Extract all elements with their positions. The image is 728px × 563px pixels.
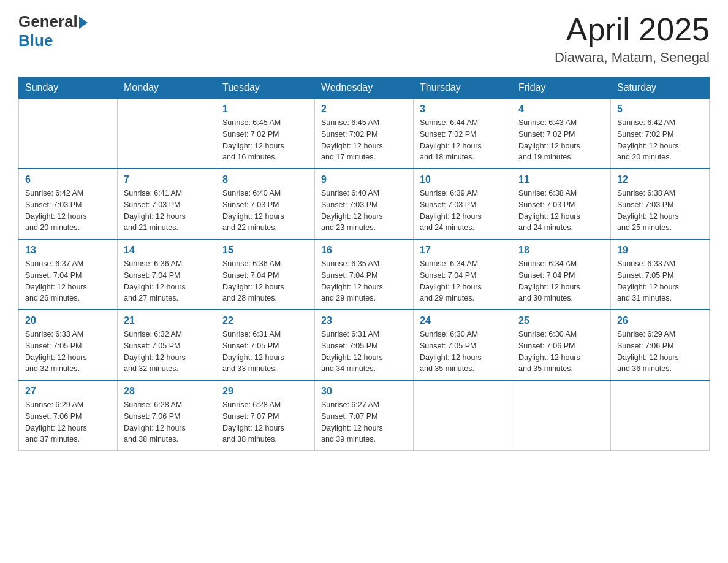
day-info: Sunrise: 6:34 AM Sunset: 7:04 PM Dayligh… — [420, 258, 506, 304]
calendar-cell: 10Sunrise: 6:39 AM Sunset: 7:03 PM Dayli… — [414, 169, 512, 239]
calendar-week-row: 27Sunrise: 6:29 AM Sunset: 7:06 PM Dayli… — [19, 380, 710, 451]
calendar-cell — [512, 380, 611, 451]
day-info: Sunrise: 6:33 AM Sunset: 7:05 PM Dayligh… — [617, 258, 703, 304]
calendar-cell — [414, 380, 512, 451]
calendar-cell: 5Sunrise: 6:42 AM Sunset: 7:02 PM Daylig… — [611, 99, 710, 169]
calendar-week-row: 13Sunrise: 6:37 AM Sunset: 7:04 PM Dayli… — [19, 239, 710, 310]
day-number: 5 — [617, 104, 703, 115]
day-info: Sunrise: 6:27 AM Sunset: 7:07 PM Dayligh… — [321, 399, 407, 445]
day-number: 10 — [420, 174, 506, 185]
day-number: 1 — [222, 104, 308, 115]
calendar-cell: 18Sunrise: 6:34 AM Sunset: 7:04 PM Dayli… — [512, 239, 611, 310]
logo: General Blue — [18, 12, 89, 50]
calendar-cell: 20Sunrise: 6:33 AM Sunset: 7:05 PM Dayli… — [19, 310, 118, 380]
day-number: 9 — [321, 174, 407, 185]
day-number: 11 — [518, 174, 604, 185]
calendar-cell: 24Sunrise: 6:30 AM Sunset: 7:05 PM Dayli… — [414, 310, 512, 380]
day-number: 27 — [25, 386, 111, 397]
day-info: Sunrise: 6:44 AM Sunset: 7:02 PM Dayligh… — [420, 117, 506, 163]
calendar-cell: 11Sunrise: 6:38 AM Sunset: 7:03 PM Dayli… — [512, 169, 611, 239]
day-number: 13 — [25, 245, 111, 256]
calendar-week-row: 1Sunrise: 6:45 AM Sunset: 7:02 PM Daylig… — [19, 99, 710, 169]
calendar-cell: 14Sunrise: 6:36 AM Sunset: 7:04 PM Dayli… — [118, 239, 216, 310]
calendar-header-row: SundayMondayTuesdayWednesdayThursdayFrid… — [19, 77, 710, 99]
calendar-cell: 23Sunrise: 6:31 AM Sunset: 7:05 PM Dayli… — [315, 310, 414, 380]
calendar-cell — [611, 380, 710, 451]
day-number: 20 — [25, 315, 111, 326]
day-info: Sunrise: 6:29 AM Sunset: 7:06 PM Dayligh… — [617, 329, 703, 375]
day-info: Sunrise: 6:32 AM Sunset: 7:05 PM Dayligh… — [124, 329, 210, 375]
day-number: 7 — [124, 174, 210, 185]
calendar-cell: 1Sunrise: 6:45 AM Sunset: 7:02 PM Daylig… — [216, 99, 315, 169]
calendar-cell: 21Sunrise: 6:32 AM Sunset: 7:05 PM Dayli… — [118, 310, 216, 380]
calendar-cell: 6Sunrise: 6:42 AM Sunset: 7:03 PM Daylig… — [19, 169, 118, 239]
day-info: Sunrise: 6:30 AM Sunset: 7:06 PM Dayligh… — [518, 329, 604, 375]
day-info: Sunrise: 6:42 AM Sunset: 7:02 PM Dayligh… — [617, 117, 703, 163]
day-number: 14 — [124, 245, 210, 256]
day-number: 23 — [321, 315, 407, 326]
logo-arrow-icon — [79, 17, 88, 29]
day-number: 21 — [124, 315, 210, 326]
day-info: Sunrise: 6:33 AM Sunset: 7:05 PM Dayligh… — [25, 329, 111, 375]
calendar-cell: 29Sunrise: 6:28 AM Sunset: 7:07 PM Dayli… — [216, 380, 315, 451]
day-number: 8 — [222, 174, 308, 185]
day-info: Sunrise: 6:40 AM Sunset: 7:03 PM Dayligh… — [222, 188, 308, 234]
day-info: Sunrise: 6:34 AM Sunset: 7:04 PM Dayligh… — [518, 258, 604, 304]
calendar-cell: 4Sunrise: 6:43 AM Sunset: 7:02 PM Daylig… — [512, 99, 611, 169]
title-block: April 2025 Diawara, Matam, Senegal — [555, 12, 710, 66]
calendar-cell: 30Sunrise: 6:27 AM Sunset: 7:07 PM Dayli… — [315, 380, 414, 451]
day-info: Sunrise: 6:38 AM Sunset: 7:03 PM Dayligh… — [617, 188, 703, 234]
day-number: 4 — [518, 104, 604, 115]
calendar-cell: 25Sunrise: 6:30 AM Sunset: 7:06 PM Dayli… — [512, 310, 611, 380]
calendar-header-monday: Monday — [118, 77, 216, 99]
day-info: Sunrise: 6:45 AM Sunset: 7:02 PM Dayligh… — [321, 117, 407, 163]
day-number: 18 — [518, 245, 604, 256]
day-info: Sunrise: 6:30 AM Sunset: 7:05 PM Dayligh… — [420, 329, 506, 375]
month-title: April 2025 — [555, 12, 710, 47]
day-info: Sunrise: 6:38 AM Sunset: 7:03 PM Dayligh… — [518, 188, 604, 234]
day-number: 25 — [518, 315, 604, 326]
day-number: 26 — [617, 315, 703, 326]
day-info: Sunrise: 6:28 AM Sunset: 7:06 PM Dayligh… — [124, 399, 210, 445]
day-info: Sunrise: 6:35 AM Sunset: 7:04 PM Dayligh… — [321, 258, 407, 304]
calendar-cell: 9Sunrise: 6:40 AM Sunset: 7:03 PM Daylig… — [315, 169, 414, 239]
calendar-cell: 19Sunrise: 6:33 AM Sunset: 7:05 PM Dayli… — [611, 239, 710, 310]
day-info: Sunrise: 6:29 AM Sunset: 7:06 PM Dayligh… — [25, 399, 111, 445]
day-number: 6 — [25, 174, 111, 185]
calendar-cell: 7Sunrise: 6:41 AM Sunset: 7:03 PM Daylig… — [118, 169, 216, 239]
location-title: Diawara, Matam, Senegal — [555, 50, 710, 66]
day-info: Sunrise: 6:31 AM Sunset: 7:05 PM Dayligh… — [222, 329, 308, 375]
day-info: Sunrise: 6:37 AM Sunset: 7:04 PM Dayligh… — [25, 258, 111, 304]
day-info: Sunrise: 6:45 AM Sunset: 7:02 PM Dayligh… — [222, 117, 308, 163]
calendar-cell: 13Sunrise: 6:37 AM Sunset: 7:04 PM Dayli… — [19, 239, 118, 310]
logo-blue-text: Blue — [18, 31, 53, 50]
calendar-cell: 16Sunrise: 6:35 AM Sunset: 7:04 PM Dayli… — [315, 239, 414, 310]
day-number: 24 — [420, 315, 506, 326]
day-info: Sunrise: 6:39 AM Sunset: 7:03 PM Dayligh… — [420, 188, 506, 234]
day-info: Sunrise: 6:41 AM Sunset: 7:03 PM Dayligh… — [124, 188, 210, 234]
day-number: 15 — [222, 245, 308, 256]
page-header: General Blue April 2025 Diawara, Matam, … — [18, 12, 710, 66]
day-info: Sunrise: 6:40 AM Sunset: 7:03 PM Dayligh… — [321, 188, 407, 234]
day-info: Sunrise: 6:31 AM Sunset: 7:05 PM Dayligh… — [321, 329, 407, 375]
day-info: Sunrise: 6:36 AM Sunset: 7:04 PM Dayligh… — [222, 258, 308, 304]
day-number: 22 — [222, 315, 308, 326]
calendar-cell: 15Sunrise: 6:36 AM Sunset: 7:04 PM Dayli… — [216, 239, 315, 310]
calendar-header-sunday: Sunday — [19, 77, 118, 99]
day-number: 3 — [420, 104, 506, 115]
calendar-cell — [19, 99, 118, 169]
logo-general-text: General — [18, 12, 78, 31]
calendar-cell: 17Sunrise: 6:34 AM Sunset: 7:04 PM Dayli… — [414, 239, 512, 310]
calendar-cell: 26Sunrise: 6:29 AM Sunset: 7:06 PM Dayli… — [611, 310, 710, 380]
day-number: 28 — [124, 386, 210, 397]
day-number: 29 — [222, 386, 308, 397]
calendar-week-row: 20Sunrise: 6:33 AM Sunset: 7:05 PM Dayli… — [19, 310, 710, 380]
calendar-cell: 28Sunrise: 6:28 AM Sunset: 7:06 PM Dayli… — [118, 380, 216, 451]
calendar-header-friday: Friday — [512, 77, 611, 99]
day-number: 17 — [420, 245, 506, 256]
day-number: 12 — [617, 174, 703, 185]
calendar-table: SundayMondayTuesdayWednesdayThursdayFrid… — [18, 77, 710, 451]
calendar-header-tuesday: Tuesday — [216, 77, 315, 99]
day-info: Sunrise: 6:42 AM Sunset: 7:03 PM Dayligh… — [25, 188, 111, 234]
day-number: 2 — [321, 104, 407, 115]
